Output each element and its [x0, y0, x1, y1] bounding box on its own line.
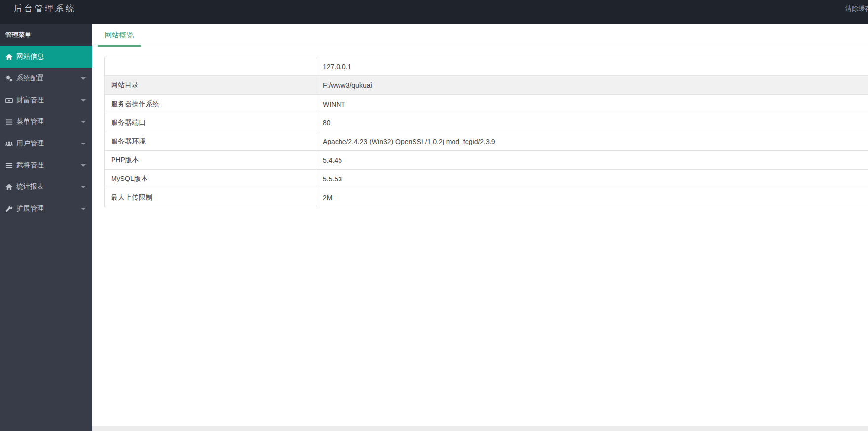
table-value-cell: WINNT [316, 95, 868, 113]
app-title: 后台管理系统 [14, 3, 76, 14]
sidebar-item-扩展管理[interactable]: 扩展管理 [0, 198, 92, 219]
sidebar-item-label: 网站信息 [16, 52, 44, 61]
table-label-cell: PHP版本 [105, 151, 316, 170]
sidebar-item-label: 扩展管理 [16, 204, 44, 213]
chevron-down-icon [81, 164, 86, 167]
site-info-table-wrap: 127.0.0.1 网站目录 F:/www3/qukuai 服务器操作系统 WI… [104, 57, 868, 207]
sidebar-item-label: 财富管理 [16, 96, 44, 105]
sidebar-item-网站信息[interactable]: 网站信息 [0, 46, 92, 68]
sidebar-item-label: 武将管理 [16, 161, 44, 170]
top-navbar: 后台管理系统 清除缓存 [0, 0, 868, 24]
table-label-cell: 服务器操作系统 [105, 95, 316, 113]
table-value-cell: Apache/2.4.23 (Win32) OpenSSL/1.0.2j mod… [316, 132, 868, 151]
chevron-down-icon [81, 121, 86, 123]
table-value-cell: F:/www3/qukuai [316, 76, 868, 95]
table-label-cell: 最大上传限制 [105, 188, 316, 207]
sidebar-item-财富管理[interactable]: 财富管理 [0, 89, 92, 111]
site-info-table: 127.0.0.1 网站目录 F:/www3/qukuai 服务器操作系统 WI… [104, 57, 868, 207]
table-value-cell: 80 [316, 113, 868, 132]
sidebar-item-菜单管理[interactable]: 菜单管理 [0, 111, 92, 133]
table-label-cell [105, 57, 316, 76]
chevron-down-icon [81, 99, 86, 102]
sidebar-menu: 网站信息 系统配置 财富管理 菜单管理 用户管理 武将管理 统计报表 扩展管理 [0, 46, 92, 219]
table-value-cell: 5.4.45 [316, 151, 868, 170]
table-row: 服务器环境 Apache/2.4.23 (Win32) OpenSSL/1.0.… [105, 132, 868, 151]
table-value-cell: 127.0.0.1 [316, 57, 868, 76]
table-row: 服务器操作系统 WINNT [105, 95, 868, 113]
clear-cache-link[interactable]: 清除缓存 [845, 4, 868, 13]
wrench-icon [5, 205, 13, 213]
table-row: PHP版本 5.4.45 [105, 151, 868, 170]
tab-bar: 网站概览 [98, 24, 868, 46]
table-label-cell: 网站目录 [105, 76, 316, 95]
sidebar-item-label: 统计报表 [16, 182, 44, 191]
chevron-down-icon [81, 186, 86, 188]
chevron-down-icon [81, 77, 86, 80]
sidebar: 管理菜单 网站信息 系统配置 财富管理 菜单管理 用户管理 武将管理 统计报表 … [0, 24, 92, 431]
table-value-cell: 5.5.53 [316, 170, 868, 188]
chevron-down-icon [81, 143, 86, 145]
sidebar-item-label: 系统配置 [16, 74, 44, 83]
footer-strip [92, 426, 868, 431]
tab-site-overview[interactable]: 网站概览 [98, 31, 141, 47]
sidebar-item-label: 菜单管理 [16, 117, 44, 126]
sidebar-item-用户管理[interactable]: 用户管理 [0, 133, 92, 154]
sidebar-item-统计报表[interactable]: 统计报表 [0, 176, 92, 198]
sidebar-item-系统配置[interactable]: 系统配置 [0, 68, 92, 89]
sidebar-menu-header: 管理菜单 [0, 24, 92, 46]
home-icon [5, 53, 13, 61]
table-row: MySQL版本 5.5.53 [105, 170, 868, 188]
main-content: 网站概览 127.0.0.1 网站目录 F:/www3/qukuai 服务器操作… [92, 24, 868, 431]
table-value-cell: 2M [316, 188, 868, 207]
table-label-cell: 服务器端口 [105, 113, 316, 132]
cogs-icon [5, 75, 13, 82]
home-icon [5, 183, 13, 191]
sidebar-item-label: 用户管理 [16, 139, 44, 148]
table-label-cell: MySQL版本 [105, 170, 316, 188]
table-label-cell: 服务器环境 [105, 132, 316, 151]
chevron-down-icon [81, 208, 86, 210]
list-icon [5, 118, 13, 126]
table-row: 网站目录 F:/www3/qukuai [105, 76, 868, 95]
table-row: 127.0.0.1 [105, 57, 868, 76]
users-icon [5, 140, 13, 147]
table-row: 最大上传限制 2M [105, 188, 868, 207]
table-row: 服务器端口 80 [105, 113, 868, 132]
list-icon [5, 162, 13, 169]
money-icon [5, 97, 13, 104]
sidebar-item-武将管理[interactable]: 武将管理 [0, 154, 92, 176]
